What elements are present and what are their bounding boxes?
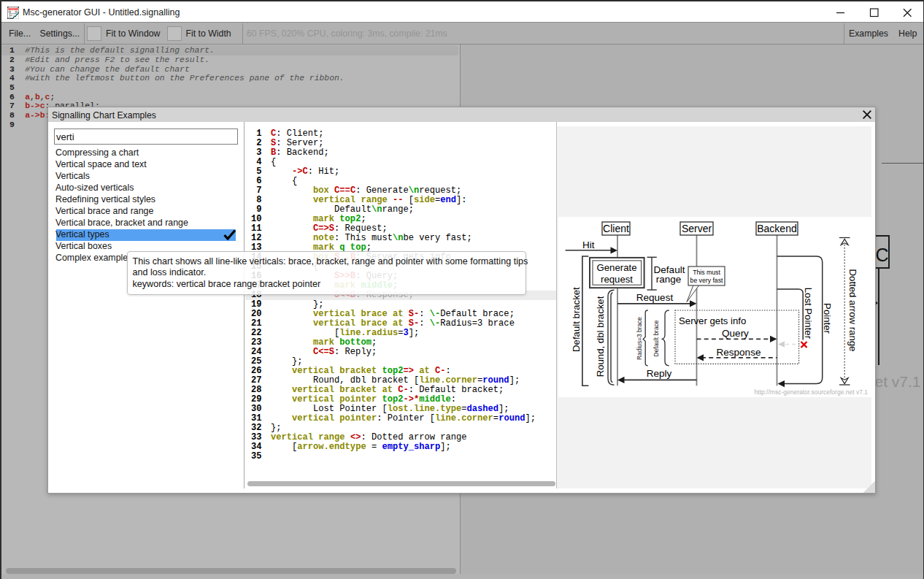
- svg-text:request: request: [601, 274, 633, 285]
- svg-text:Backend: Backend: [757, 223, 796, 234]
- svg-text:Server: Server: [682, 223, 712, 234]
- svg-text:Hit: Hit: [582, 239, 595, 250]
- svg-text:http://msc-generator.sourcefor: http://msc-generator.sourceforge.net v7.…: [755, 388, 869, 396]
- svg-text:This must: This must: [693, 269, 720, 276]
- svg-text:Round, dbl bracket: Round, dbl bracket: [595, 296, 606, 377]
- svg-text:Server gets info: Server gets info: [679, 315, 746, 326]
- svg-text:Radius=3 brace: Radius=3 brace: [636, 317, 643, 360]
- svg-text:Request: Request: [636, 292, 674, 303]
- svg-text:range: range: [656, 274, 682, 285]
- svg-text:Query: Query: [722, 328, 749, 339]
- svg-text:Client: Client: [603, 223, 629, 234]
- svg-text:Lost Pointer: Lost Pointer: [803, 288, 814, 340]
- svg-text:Pointer: Pointer: [822, 303, 833, 334]
- svg-text:Default brace: Default brace: [652, 320, 660, 356]
- svg-text:Default bracket: Default bracket: [571, 287, 582, 352]
- svg-text:Reply: Reply: [647, 368, 672, 379]
- svg-text:Dotted arrow range: Dotted arrow range: [847, 269, 858, 352]
- svg-text:Generate: Generate: [597, 262, 637, 273]
- svg-text:be very fast: be very fast: [690, 277, 723, 284]
- svg-text:Response: Response: [717, 347, 761, 358]
